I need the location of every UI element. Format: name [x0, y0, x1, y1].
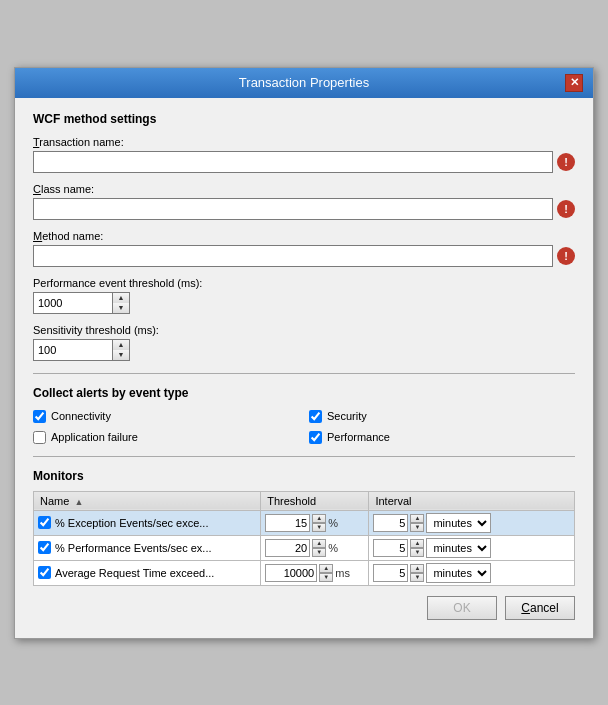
class-name-label: Class name: — [33, 183, 575, 195]
col-name-header: Name ▲ — [34, 491, 261, 510]
row1-interval-select[interactable]: minutes hours days — [426, 513, 491, 533]
perf-threshold-row: ▲ ▼ — [33, 292, 575, 314]
row2-threshold-cell: ▲ ▼ % — [261, 535, 369, 560]
dialog-body: WCF method settings Transaction name: ! … — [15, 98, 593, 638]
table-row: Average Request Time exceed... ▲ ▼ ms — [34, 560, 575, 585]
row2-interval-select[interactable]: minutes hours days — [426, 538, 491, 558]
transaction-properties-dialog: Transaction Properties ✕ WCF method sett… — [14, 67, 594, 639]
perf-threshold-up[interactable]: ▲ — [113, 293, 129, 303]
alerts-section: Collect alerts by event type Connectivit… — [33, 386, 575, 444]
row1-threshold-up[interactable]: ▲ — [312, 514, 326, 523]
row2-interval-up[interactable]: ▲ — [410, 539, 424, 548]
performance-checkbox[interactable] — [309, 431, 322, 444]
class-name-input[interactable] — [33, 198, 553, 220]
row2-threshold-up[interactable]: ▲ — [312, 539, 326, 548]
divider-1 — [33, 373, 575, 374]
monitors-title: Monitors — [33, 469, 575, 483]
sensitivity-threshold-input[interactable] — [33, 339, 113, 361]
ok-button[interactable]: OK — [427, 596, 497, 620]
row1-name-cell: % Exception Events/sec exce... — [34, 510, 261, 535]
row1-interval-cell: ▲ ▼ minutes hours days — [369, 510, 575, 535]
close-button[interactable]: ✕ — [565, 74, 583, 92]
method-name-row: ! — [33, 245, 575, 267]
perf-threshold-label: Performance event threshold (ms): — [33, 277, 575, 289]
method-name-input[interactable] — [33, 245, 553, 267]
perf-threshold-spinner: ▲ ▼ — [113, 292, 130, 314]
transaction-name-row: ! — [33, 151, 575, 173]
method-name-label: Method name: — [33, 230, 575, 242]
security-checkbox-item[interactable]: Security — [309, 410, 575, 423]
button-row: OK Cancel — [33, 586, 575, 624]
row3-threshold-input[interactable] — [265, 564, 317, 582]
wcf-section: WCF method settings Transaction name: ! … — [33, 112, 575, 361]
row3-threshold-cell: ▲ ▼ ms — [261, 560, 369, 585]
performance-checkbox-item[interactable]: Performance — [309, 431, 575, 444]
row2-interval-input[interactable] — [373, 539, 408, 557]
row3-threshold-up[interactable]: ▲ — [319, 564, 333, 573]
sensitivity-threshold-row: ▲ ▼ — [33, 339, 575, 361]
row1-threshold-cell: ▲ ▼ % — [261, 510, 369, 535]
wcf-section-title: WCF method settings — [33, 112, 575, 126]
row1-interval-down[interactable]: ▼ — [410, 523, 424, 532]
table-row: % Exception Events/sec exce... ▲ ▼ % — [34, 510, 575, 535]
method-name-error-icon: ! — [557, 247, 575, 265]
security-label: Security — [327, 410, 367, 422]
table-header-row: Name ▲ Threshold Interval — [34, 491, 575, 510]
row1-interval-input[interactable] — [373, 514, 408, 532]
row3-threshold-down[interactable]: ▼ — [319, 573, 333, 582]
sensitivity-threshold-label: Sensitivity threshold (ms): — [33, 324, 575, 336]
col-threshold-header: Threshold — [261, 491, 369, 510]
row2-name-text: % Performance Events/sec ex... — [55, 542, 212, 554]
row1-threshold-unit: % — [328, 517, 338, 529]
divider-2 — [33, 456, 575, 457]
row3-interval-input[interactable] — [373, 564, 408, 582]
row3-interval-up[interactable]: ▲ — [410, 564, 424, 573]
row2-threshold-input[interactable] — [265, 539, 310, 557]
row1-name-text: % Exception Events/sec exce... — [55, 517, 208, 529]
row2-interval-cell: ▲ ▼ minutes hours days — [369, 535, 575, 560]
row3-name-text: Average Request Time exceed... — [55, 567, 214, 579]
sensitivity-threshold-down[interactable]: ▼ — [113, 350, 129, 360]
perf-threshold-input[interactable] — [33, 292, 113, 314]
app-failure-label: Application failure — [51, 431, 138, 443]
row3-name-cell: Average Request Time exceed... — [34, 560, 261, 585]
row3-interval-down[interactable]: ▼ — [410, 573, 424, 582]
perf-threshold-down[interactable]: ▼ — [113, 303, 129, 313]
performance-label: Performance — [327, 431, 390, 443]
row3-interval-select[interactable]: minutes hours days — [426, 563, 491, 583]
sensitivity-threshold-spinner: ▲ ▼ — [113, 339, 130, 361]
row1-interval-up[interactable]: ▲ — [410, 514, 424, 523]
cancel-button[interactable]: Cancel — [505, 596, 575, 620]
transaction-name-label: Transaction name: — [33, 136, 575, 148]
connectivity-checkbox[interactable] — [33, 410, 46, 423]
alerts-section-title: Collect alerts by event type — [33, 386, 575, 400]
col-interval-header: Interval — [369, 491, 575, 510]
security-checkbox[interactable] — [309, 410, 322, 423]
row3-checkbox[interactable] — [38, 566, 51, 579]
class-name-error-icon: ! — [557, 200, 575, 218]
title-bar: Transaction Properties ✕ — [15, 68, 593, 98]
row3-interval-cell: ▲ ▼ minutes hours days — [369, 560, 575, 585]
transaction-name-input[interactable] — [33, 151, 553, 173]
row3-threshold-unit: ms — [335, 567, 350, 579]
row2-checkbox[interactable] — [38, 541, 51, 554]
transaction-name-error-icon: ! — [557, 153, 575, 171]
dialog-title: Transaction Properties — [43, 75, 565, 90]
class-name-row: ! — [33, 198, 575, 220]
monitors-table: Name ▲ Threshold Interval % Exception — [33, 491, 575, 586]
app-failure-checkbox-item[interactable]: Application failure — [33, 431, 299, 444]
row1-checkbox[interactable] — [38, 516, 51, 529]
row1-threshold-input[interactable] — [265, 514, 310, 532]
table-row: % Performance Events/sec ex... ▲ ▼ % — [34, 535, 575, 560]
row2-name-cell: % Performance Events/sec ex... — [34, 535, 261, 560]
connectivity-label: Connectivity — [51, 410, 111, 422]
row2-interval-down[interactable]: ▼ — [410, 548, 424, 557]
alerts-checkboxes-grid: Connectivity Security Application failur… — [33, 410, 575, 444]
app-failure-checkbox[interactable] — [33, 431, 46, 444]
row2-threshold-unit: % — [328, 542, 338, 554]
sensitivity-threshold-up[interactable]: ▲ — [113, 340, 129, 350]
row1-threshold-down[interactable]: ▼ — [312, 523, 326, 532]
connectivity-checkbox-item[interactable]: Connectivity — [33, 410, 299, 423]
monitors-section: Monitors Name ▲ Threshold Interval — [33, 469, 575, 586]
row2-threshold-down[interactable]: ▼ — [312, 548, 326, 557]
